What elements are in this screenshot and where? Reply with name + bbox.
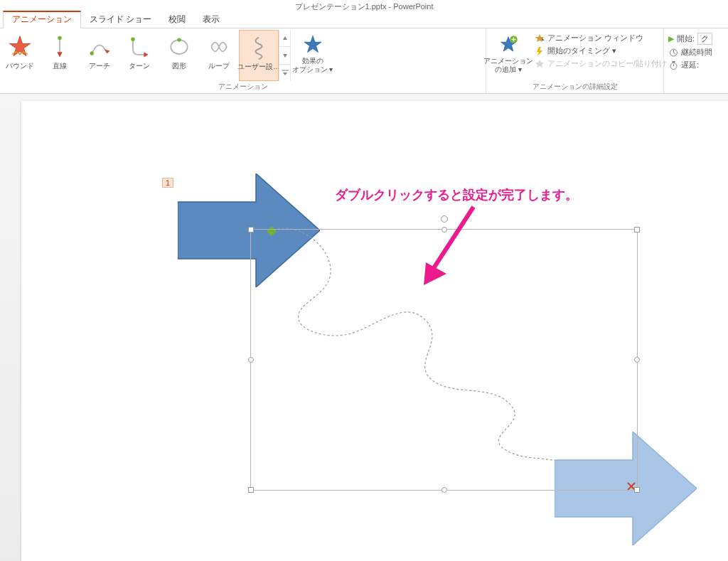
resize-handle-nw[interactable]	[248, 227, 254, 233]
star-bounce-icon	[7, 34, 33, 60]
ribbon-tabstrip: アニメーション スライド ショー 校閲 表示	[0, 13, 728, 28]
svg-point-8	[171, 40, 187, 54]
tab-slideshow[interactable]: スライド ショー	[81, 12, 160, 28]
svg-marker-21	[537, 47, 542, 56]
slide[interactable]: 1	[21, 101, 728, 561]
add-animation-icon	[498, 34, 519, 55]
gallery-more[interactable]	[279, 65, 290, 81]
resize-handle-ne[interactable]	[634, 227, 640, 233]
resize-handle-w[interactable]	[248, 357, 254, 363]
effect-options-icon	[302, 34, 323, 55]
effect-options-button[interactable]: 効果の オプション ▾	[290, 30, 334, 81]
timing-start-label: 開始:	[677, 33, 695, 44]
svg-marker-0	[10, 36, 31, 56]
resize-handle-e[interactable]	[634, 357, 640, 363]
svg-rect-27	[672, 61, 675, 63]
loop-path-icon	[206, 34, 232, 60]
animation-index-tag[interactable]: 1	[162, 178, 173, 188]
gallery-item-line[interactable]: 直線	[40, 30, 80, 81]
add-animation-label: アニメーション の追加 ▾	[483, 57, 533, 74]
group-label-animation: アニメーション	[0, 82, 486, 92]
animation-painter-label: アニメーションのコピー/貼り付け	[547, 58, 667, 69]
gallery-label-turn: ターン	[129, 61, 150, 71]
tab-view[interactable]: 表示	[194, 12, 228, 28]
svg-point-4	[90, 51, 94, 55]
resize-handle-s[interactable]	[441, 487, 447, 493]
slide-workspace[interactable]: 1	[0, 94, 728, 561]
svg-marker-7	[144, 52, 148, 57]
svg-line-33	[434, 207, 473, 268]
svg-point-6	[131, 38, 134, 41]
gallery-label-custom: ユーザー設…	[237, 62, 280, 72]
svg-point-3	[58, 36, 61, 40]
svg-marker-5	[105, 50, 109, 53]
gallery-label-shape: 図形	[172, 61, 186, 71]
effect-options-label: 効果の オプション ▾	[292, 57, 333, 74]
gallery-item-arc[interactable]: アーチ	[80, 30, 119, 81]
svg-marker-11	[283, 54, 287, 58]
animation-pane-icon	[535, 33, 545, 43]
gallery-item-loop[interactable]: ループ	[199, 30, 239, 81]
group-label-advanced: アニメーションの詳細設定	[486, 82, 663, 92]
gallery-scroll-down[interactable]	[279, 47, 290, 64]
ribbon: バウンド 直線 アーチ ターン	[0, 28, 728, 94]
trigger-button[interactable]: 開始のタイミング ▾	[535, 46, 659, 56]
tab-review[interactable]: 校閲	[160, 12, 194, 28]
svg-marker-19	[535, 34, 544, 42]
gallery-item-bound[interactable]: バウンド	[0, 30, 40, 81]
gallery-item-shape[interactable]: 図形	[159, 30, 199, 81]
timing-duration-label: 継続時間	[681, 47, 712, 58]
animation-pane-label: アニメーション ウィンドウ	[547, 33, 643, 43]
line-path-icon	[47, 34, 73, 60]
svg-marker-22	[535, 60, 544, 68]
custom-path-icon	[246, 35, 272, 60]
window-title: プレゼンテーション1.pptx - PowerPoint	[0, 0, 728, 13]
trigger-label: 開始のタイミング ▾	[547, 46, 616, 56]
duration-icon	[668, 48, 678, 58]
resize-handle-se[interactable]	[634, 487, 640, 493]
svg-marker-13	[283, 73, 287, 75]
svg-point-9	[177, 38, 181, 41]
group-timing: ▶ 開始: ク 継続時間 遅延:	[664, 28, 728, 93]
svg-marker-20	[542, 38, 545, 41]
svg-marker-10	[283, 36, 287, 40]
gallery-label-arc: アーチ	[89, 61, 110, 71]
timing-duration[interactable]: 継続時間	[668, 47, 724, 58]
animation-gallery: バウンド 直線 アーチ ターン	[0, 30, 486, 81]
svg-marker-14	[304, 36, 321, 52]
resize-handle-sw[interactable]	[248, 487, 254, 493]
add-animation-button[interactable]: アニメーション の追加 ▾	[486, 30, 530, 81]
svg-marker-2	[57, 52, 62, 57]
timing-start[interactable]: ▶ 開始: ク	[668, 33, 724, 45]
tab-animation[interactable]: アニメーション	[3, 11, 81, 28]
gallery-label-loop: ループ	[208, 61, 230, 71]
shape-path-icon	[166, 34, 192, 60]
gallery-item-turn[interactable]: ターン	[119, 30, 159, 81]
play-icon: ▶	[668, 34, 674, 43]
annotation-text: ダブルクリックすると設定が完了します。	[335, 186, 578, 203]
trigger-icon	[535, 46, 545, 56]
animation-painter-button[interactable]: アニメーションのコピー/貼り付け	[535, 58, 659, 69]
annotation-arrow	[415, 203, 493, 288]
timing-delay-label: 遅延:	[681, 60, 699, 70]
animation-pane-button[interactable]: アニメーション ウィンドウ	[535, 33, 659, 43]
gallery-label-line: 直線	[53, 61, 67, 71]
timing-start-value[interactable]: ク	[697, 33, 712, 45]
timing-delay[interactable]: 遅延:	[668, 60, 724, 70]
svg-line-25	[673, 53, 675, 54]
group-animation-gallery: バウンド 直線 アーチ ターン	[0, 28, 486, 93]
animation-painter-icon	[535, 59, 545, 69]
arc-path-icon	[87, 34, 112, 60]
gallery-label-bound: バウンド	[6, 61, 34, 71]
gallery-item-custom-path[interactable]: ユーザー設…	[239, 30, 279, 81]
group-advanced-animation: アニメーション の追加 ▾ アニメーション ウィンドウ 開始のタイミング ▾ ア…	[486, 28, 664, 93]
gallery-scroll-up[interactable]	[279, 30, 290, 47]
delay-icon	[668, 60, 678, 70]
turn-path-icon	[127, 34, 152, 60]
